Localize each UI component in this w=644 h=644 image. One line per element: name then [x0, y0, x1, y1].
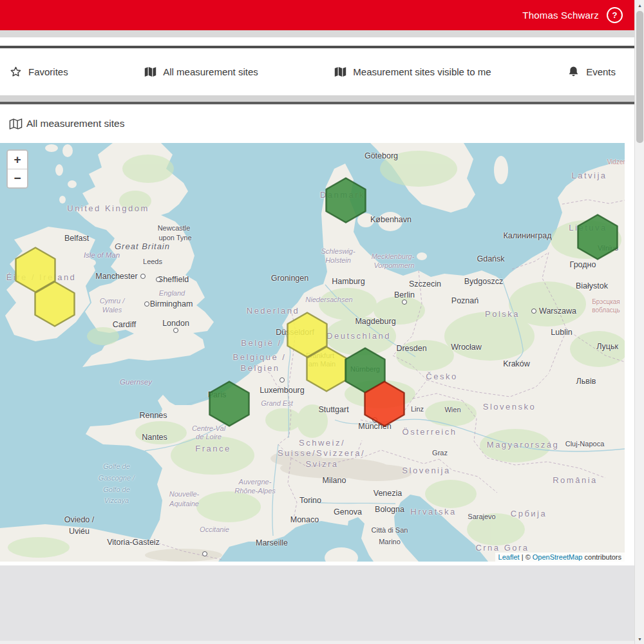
- tab-label: Measurement sites visible to me: [353, 66, 491, 77]
- star-icon: [10, 66, 22, 78]
- user-name[interactable]: Thomas Schwarz: [522, 10, 599, 21]
- map-icon: [334, 66, 346, 78]
- city-dot: [156, 277, 161, 282]
- tab-label: All measurement sites: [163, 66, 258, 77]
- scroll-down-arrow-icon[interactable]: ▼: [635, 634, 644, 644]
- city-dot: [279, 377, 285, 383]
- city-dot: [144, 301, 149, 307]
- page: { "header": { "user": "Thomas Schwarz", …: [0, 0, 644, 644]
- city-dot: [402, 299, 407, 305]
- map-icon: [144, 66, 156, 78]
- help-icon[interactable]: ?: [607, 7, 623, 23]
- zoom-control: + −: [6, 149, 28, 189]
- tab-favorites[interactable]: Favorites: [10, 66, 68, 78]
- leaflet-link[interactable]: Leaflet: [498, 553, 520, 561]
- tab-label: Favorites: [28, 66, 68, 77]
- attribution-suffix: contributors: [585, 553, 621, 561]
- zoom-in-button[interactable]: +: [8, 151, 27, 169]
- site-hexagon-lithuania[interactable]: [577, 214, 618, 260]
- scrollbar-thumb[interactable]: [636, 11, 643, 143]
- page-background: [0, 565, 634, 641]
- site-hexagon-paris[interactable]: [209, 381, 250, 427]
- tab-bar: FavoritesAll measurement sitesMeasuremen…: [0, 48, 634, 95]
- app-header: Thomas Schwarz ?: [0, 0, 634, 30]
- site-hexagon-denmark[interactable]: [325, 177, 366, 223]
- bottom-strip: [0, 641, 634, 644]
- map-outline-icon: [9, 118, 23, 130]
- copyright-symbol: ©: [526, 553, 531, 561]
- city-dot: [531, 308, 536, 314]
- city-dot: [202, 551, 207, 556]
- section-title-row: All measurement sites: [0, 104, 634, 143]
- tab-events[interactable]: Events: [567, 66, 616, 78]
- zoom-out-button[interactable]: −: [8, 169, 27, 187]
- bell-icon: [567, 66, 580, 78]
- site-hexagon-frankfurt[interactable]: [306, 346, 347, 392]
- attribution-separator: |: [522, 553, 524, 561]
- leaflet-map[interactable]: United KingdomBelfastNewcastleupon TyneG…: [0, 143, 625, 562]
- city-dot: [173, 328, 178, 333]
- site-hexagon-ireland-south[interactable]: [34, 281, 75, 327]
- tab-all-measurement-sites[interactable]: All measurement sites: [144, 66, 258, 78]
- separator-band: [0, 30, 634, 37]
- openstreetmap-link[interactable]: OpenStreetMap: [533, 553, 583, 561]
- scrollbar[interactable]: ▲ ▼: [634, 0, 644, 644]
- site-hexagon-muenchen[interactable]: [364, 381, 405, 427]
- tab-label: Events: [586, 66, 616, 77]
- page-title: All measurement sites: [26, 118, 124, 129]
- tab-measurement-sites-visible-to-me[interactable]: Measurement sites visible to me: [334, 66, 491, 78]
- scroll-up-arrow-icon[interactable]: ▲: [635, 0, 644, 10]
- city-dot: [140, 274, 146, 279]
- separator-band: [0, 95, 634, 102]
- map-attribution: Leaflet | © OpenStreetMap contributors: [495, 553, 625, 562]
